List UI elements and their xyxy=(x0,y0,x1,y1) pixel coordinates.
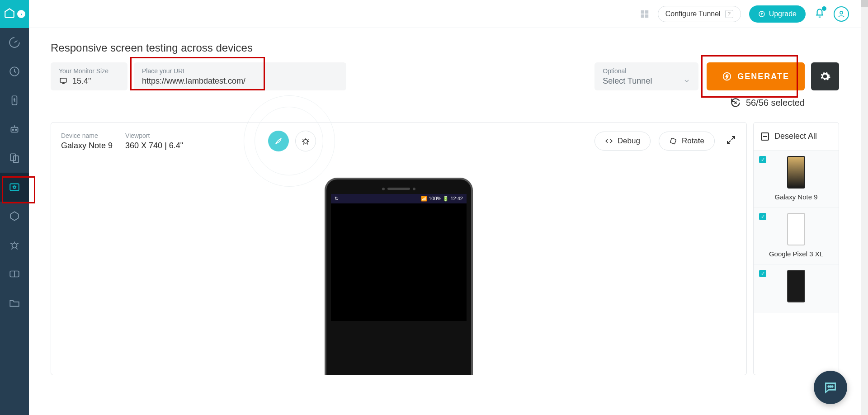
sidebar-item-issues[interactable] xyxy=(0,231,29,259)
controls-row: Your Monitor Size 15.4" Place your URL O… xyxy=(51,62,839,90)
tunnel-select-card[interactable]: Optional Select Tunnel xyxy=(594,62,698,90)
svg-point-4 xyxy=(15,129,17,131)
device-item-0[interactable]: ✓ Galaxy Note 9 xyxy=(754,150,839,207)
debug-label: Debug xyxy=(618,137,640,146)
sidebar-item-analytics[interactable] xyxy=(0,259,29,288)
left-sidebar: › xyxy=(0,0,29,415)
svg-rect-12 xyxy=(645,10,648,13)
content-area: Responsive screen testing across devices… xyxy=(29,28,861,415)
monitor-label: Your Monitor Size xyxy=(59,67,119,75)
generate-button[interactable]: GENERATE xyxy=(707,62,805,90)
checkbox-icon[interactable]: ✓ xyxy=(759,270,766,277)
device-list-panel: Deselect All ✓ Galaxy Note 9 ✓ Google Pi… xyxy=(753,122,839,375)
device-name-col: Device name Galaxy Note 9 xyxy=(61,132,113,151)
monitor-icon xyxy=(59,77,68,85)
device-name-value: Galaxy Note 9 xyxy=(61,141,113,151)
chat-button[interactable] xyxy=(814,371,847,404)
notifications-button[interactable] xyxy=(814,7,826,21)
tunnel-value: Select Tunnel xyxy=(603,76,652,86)
generate-label: GENERATE xyxy=(737,72,789,81)
expand-sidebar-icon[interactable]: › xyxy=(17,10,25,18)
page-title: Responsive screen testing across devices xyxy=(51,42,839,54)
viewport-value: 360 X 740 | 6.4" xyxy=(125,141,183,151)
phone-status-bar: ↻ 📶 100% 🔋 12:42 xyxy=(331,194,467,203)
svg-point-16 xyxy=(840,11,843,14)
device-frame-area: ↻ 📶 100% 🔋 12:42 xyxy=(51,160,746,375)
device-item-2[interactable]: ✓ xyxy=(754,264,839,313)
logo-cell[interactable]: › xyxy=(0,0,29,28)
apps-grid-icon[interactable] xyxy=(640,9,650,19)
checkbox-icon[interactable]: ✓ xyxy=(759,156,766,163)
svg-rect-14 xyxy=(645,14,648,17)
notification-dot-icon xyxy=(822,6,826,11)
monitor-value: 15.4" xyxy=(72,76,91,86)
expand-button[interactable] xyxy=(726,135,736,147)
configure-tunnel-button[interactable]: Configure Tunnel ? xyxy=(658,6,741,22)
deselect-all-button[interactable]: Deselect All xyxy=(754,123,839,150)
top-bar: Configure Tunnel ? Upgrade xyxy=(29,0,861,28)
debug-button[interactable]: Debug xyxy=(594,132,651,151)
upgrade-button[interactable]: Upgrade xyxy=(749,5,806,23)
configure-tunnel-label: Configure Tunnel xyxy=(665,10,721,18)
preview-row: Device name Galaxy Note 9 Viewport 360 X… xyxy=(51,122,839,375)
svg-point-22 xyxy=(830,386,831,387)
sidebar-item-automation[interactable] xyxy=(0,115,29,144)
svg-rect-13 xyxy=(641,14,644,17)
help-icon[interactable]: ? xyxy=(725,10,733,18)
svg-point-9 xyxy=(12,243,17,248)
launch-button[interactable] xyxy=(268,131,289,151)
svg-point-19 xyxy=(304,140,307,143)
device-item-1[interactable]: ✓ Google Pixel 3 XL xyxy=(754,207,839,264)
upgrade-icon xyxy=(758,10,765,18)
sidebar-item-responsive[interactable] xyxy=(0,173,29,202)
device-thumb xyxy=(787,213,805,245)
settings-button[interactable] xyxy=(811,62,839,90)
selection-status: 56/56 selected xyxy=(746,98,805,108)
sidebar-item-realtime[interactable] xyxy=(0,86,29,115)
profile-avatar[interactable] xyxy=(834,6,849,22)
svg-point-3 xyxy=(12,129,14,131)
selection-status-row[interactable]: 56/56 selected xyxy=(51,97,805,108)
viewport-label: Viewport xyxy=(125,132,183,139)
rotate-label: Rotate xyxy=(682,137,704,146)
viewport-col: Viewport 360 X 740 | 6.4" xyxy=(125,132,183,151)
svg-rect-17 xyxy=(60,78,66,82)
mark-bug-button[interactable] xyxy=(295,131,316,151)
url-input[interactable] xyxy=(142,76,338,86)
device-thumb xyxy=(787,156,805,189)
status-bar-right: 📶 100% 🔋 12:42 xyxy=(421,196,463,202)
rocket-icon xyxy=(274,137,283,146)
svg-rect-6 xyxy=(14,156,19,163)
device-item-label: Google Pixel 3 XL xyxy=(769,250,823,258)
device-name-label: Device name xyxy=(61,132,113,139)
status-bar-left: ↻ xyxy=(335,196,339,202)
sidebar-item-folder[interactable] xyxy=(0,288,29,317)
chat-icon xyxy=(823,380,838,395)
phone-screen[interactable] xyxy=(331,203,467,321)
main-area: Configure Tunnel ? Upgrade Responsive sc… xyxy=(29,0,861,415)
sidebar-item-integrations[interactable] xyxy=(0,202,29,231)
expand-icon xyxy=(726,135,736,146)
device-panel-header: Device name Galaxy Note 9 Viewport 360 X… xyxy=(51,123,746,160)
reset-icon xyxy=(730,97,741,108)
sidebar-item-history[interactable] xyxy=(0,57,29,86)
checkbox-icon[interactable]: ✓ xyxy=(759,213,766,220)
gear-icon xyxy=(819,71,831,82)
scroll-up-icon[interactable] xyxy=(861,0,868,7)
sidebar-item-dashboard[interactable] xyxy=(0,28,29,57)
rotate-button[interactable]: Rotate xyxy=(659,132,715,151)
phone-notch xyxy=(331,186,467,194)
svg-point-23 xyxy=(832,386,833,387)
url-card: Place your URL xyxy=(134,62,346,90)
url-label: Place your URL xyxy=(142,67,338,75)
phone-frame: ↻ 📶 100% 🔋 12:42 xyxy=(325,178,473,375)
device-item-label: Galaxy Note 9 xyxy=(774,193,817,201)
svg-point-21 xyxy=(828,386,830,387)
svg-rect-20 xyxy=(670,138,676,144)
device-panel: Device name Galaxy Note 9 Viewport 360 X… xyxy=(51,122,747,375)
page-scrollbar[interactable] xyxy=(861,0,868,415)
rotate-icon xyxy=(669,137,677,145)
sidebar-item-screenshot[interactable] xyxy=(0,144,29,173)
logo-icon xyxy=(4,7,15,21)
user-icon xyxy=(837,10,845,18)
